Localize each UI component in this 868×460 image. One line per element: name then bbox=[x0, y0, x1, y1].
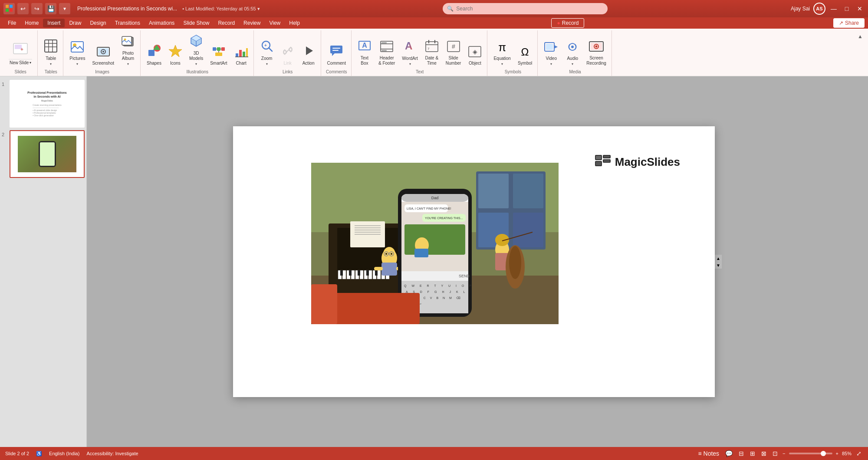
new-slide-label[interactable]: New Slide ▾ bbox=[9, 59, 32, 66]
search-input[interactable] bbox=[456, 6, 603, 12]
reading-view-button[interactable]: ⊠ bbox=[760, 450, 768, 457]
screen-recording-button[interactable]: ScreenRecording bbox=[584, 37, 609, 68]
symbol-button[interactable]: Ω Symbol bbox=[515, 37, 535, 68]
slide-preview-2[interactable] bbox=[10, 130, 85, 178]
app-icon-button[interactable] bbox=[3, 3, 15, 14]
minimize-button[interactable]: — bbox=[829, 4, 838, 13]
new-slide-button[interactable]: + New Slide ▾ bbox=[6, 37, 35, 68]
save-button[interactable]: 💾 bbox=[45, 3, 56, 14]
svg-rect-104 bbox=[340, 270, 343, 276]
wordart-button[interactable]: A WordArt ▾ bbox=[399, 37, 421, 68]
redo-button[interactable]: ↪ bbox=[31, 3, 43, 14]
menu-home[interactable]: Home bbox=[20, 19, 43, 27]
screenshot-button[interactable]: Screenshot bbox=[89, 37, 117, 68]
icons-button[interactable]: Icons bbox=[166, 37, 185, 68]
menu-animations[interactable]: Animations bbox=[145, 19, 179, 27]
record-button[interactable]: ● Record bbox=[551, 18, 584, 28]
object-button[interactable]: ◈ Object bbox=[465, 37, 484, 68]
ribbon-group-comments: Comment Comments bbox=[322, 30, 352, 76]
zoom-slider[interactable] bbox=[789, 453, 832, 454]
audio-label: Audio bbox=[567, 56, 578, 61]
header-footer-button[interactable]: Header& Footer bbox=[376, 37, 398, 68]
pictures-button[interactable]: Pictures ▾ bbox=[67, 37, 88, 68]
3d-models-dropdown-icon: ▾ bbox=[195, 62, 197, 66]
search-box: 🔍 bbox=[443, 3, 608, 14]
wordart-label: WordArt bbox=[402, 56, 418, 61]
svg-rect-93 bbox=[342, 270, 346, 279]
record-icon: ● bbox=[557, 20, 560, 26]
zoom-icon: + bbox=[260, 39, 274, 55]
comment-button[interactable]: Comment bbox=[325, 37, 349, 68]
slide-sorter-button[interactable]: ⊞ bbox=[749, 450, 756, 457]
ribbon-group-comments-items: Comment bbox=[325, 31, 349, 68]
shapes-button[interactable]: Shapes bbox=[144, 37, 164, 68]
menu-help[interactable]: Help bbox=[285, 19, 304, 27]
scroll-up-arrow[interactable]: ▲ bbox=[715, 255, 722, 262]
zoom-plus-icon: + bbox=[836, 451, 838, 456]
video-dropdown-icon: ▾ bbox=[550, 62, 552, 66]
status-bar-right: ≡ Notes 💬 ⊟ ⊞ ⊠ ⊡ − + 85% ⤢ bbox=[697, 450, 863, 457]
slideshow-button[interactable]: ⊡ bbox=[771, 450, 779, 457]
new-slide-icon: + bbox=[9, 39, 32, 58]
menu-transitions[interactable]: Transitions bbox=[111, 19, 145, 27]
wordart-icon: A bbox=[403, 39, 417, 55]
shapes-label: Shapes bbox=[147, 61, 161, 66]
symbol-label: Symbol bbox=[518, 61, 532, 66]
video-label: Video bbox=[546, 56, 557, 61]
menu-review[interactable]: Review bbox=[239, 19, 265, 27]
slide-1-body: Create stunning presentations ──────────… bbox=[33, 104, 62, 117]
photo-album-button[interactable]: PhotoAlbum ▾ bbox=[118, 37, 138, 68]
magicslides-logo: MagicSlides bbox=[594, 154, 680, 170]
menu-draw[interactable]: Draw bbox=[65, 19, 85, 27]
date-time-button[interactable]: 7 Date &Time bbox=[422, 37, 441, 68]
notes-icon: ≡ bbox=[698, 450, 701, 457]
menu-slideshow[interactable]: Slide Show bbox=[179, 19, 214, 27]
3d-models-label: 3DModels bbox=[189, 51, 203, 61]
scroll-down-arrow[interactable]: ▼ bbox=[715, 262, 722, 269]
equation-button[interactable]: π Equation ▾ bbox=[491, 37, 513, 68]
notes-button[interactable]: ≡ Notes bbox=[697, 450, 720, 457]
svg-rect-29 bbox=[213, 47, 216, 51]
more-button[interactable]: ▾ bbox=[59, 3, 70, 14]
smartart-button[interactable]: SmartArt bbox=[207, 37, 230, 68]
menu-insert[interactable]: Insert bbox=[43, 19, 65, 27]
slide-number-button[interactable]: # SlideNumber bbox=[443, 37, 464, 68]
svg-point-131 bbox=[509, 246, 521, 279]
normal-view-button[interactable]: ⊟ bbox=[737, 450, 745, 457]
table-button[interactable]: Table ▾ bbox=[41, 37, 60, 68]
chart-button[interactable]: Chart bbox=[232, 37, 251, 68]
ribbon-links-label: Links bbox=[283, 69, 293, 75]
video-button[interactable]: Video ▾ bbox=[541, 37, 561, 68]
slide-preview-1[interactable]: Professional Presentationsin Seconds wit… bbox=[10, 80, 85, 128]
screen-recording-icon bbox=[589, 40, 604, 55]
menu-record[interactable]: Record bbox=[214, 19, 239, 27]
slide-thumbnail-1[interactable]: 1 Professional Presentationsin Seconds w… bbox=[2, 80, 85, 128]
ribbon-group-links-items: + Zoom ▾ Link Action bbox=[257, 31, 318, 68]
svg-rect-75 bbox=[596, 156, 601, 159]
slide-thumbnail-2[interactable]: 2 bbox=[2, 130, 85, 178]
comments-view-button[interactable]: 💬 bbox=[724, 450, 734, 457]
menu-design[interactable]: Design bbox=[85, 19, 110, 27]
menu-file[interactable]: File bbox=[3, 19, 20, 27]
accessibility-icon: ♿ bbox=[36, 451, 42, 457]
svg-rect-7 bbox=[45, 40, 57, 52]
fit-slide-button[interactable]: ⤢ bbox=[855, 450, 863, 457]
zoom-button[interactable]: + Zoom ▾ bbox=[257, 37, 276, 68]
zoom-thumb bbox=[821, 451, 826, 456]
text-box-button[interactable]: A TextBox bbox=[355, 37, 374, 68]
close-button[interactable]: ✕ bbox=[855, 4, 865, 13]
maximize-button[interactable]: □ bbox=[842, 4, 852, 13]
svg-point-69 bbox=[571, 46, 574, 48]
audio-button[interactable]: Audio ▾ bbox=[563, 37, 582, 68]
ribbon-group-slides: + New Slide ▾ Slides bbox=[3, 30, 38, 76]
action-button[interactable]: Action bbox=[299, 37, 318, 68]
ribbon-collapse-button[interactable]: ▲ bbox=[856, 32, 865, 41]
menu-view[interactable]: View bbox=[265, 19, 285, 27]
svg-text:#: # bbox=[452, 43, 455, 50]
undo-button[interactable]: ↩ bbox=[17, 3, 29, 14]
link-button[interactable]: Link bbox=[278, 37, 297, 68]
svg-rect-38 bbox=[243, 52, 245, 57]
slide-2-image bbox=[18, 136, 76, 173]
3d-models-button[interactable]: 3DModels ▾ bbox=[187, 37, 206, 68]
share-button[interactable]: ↗ Share bbox=[833, 18, 865, 28]
